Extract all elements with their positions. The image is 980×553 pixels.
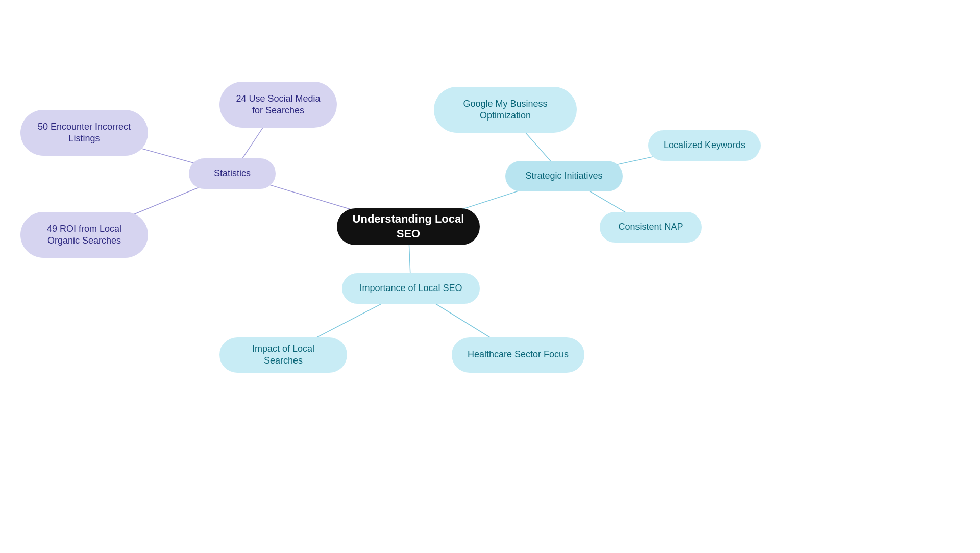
roi-local-node: 49 ROI from Local Organic Searches <box>20 212 148 258</box>
statistics-node: Statistics <box>189 158 276 189</box>
connections-svg <box>0 0 980 553</box>
encounter-incorrect-node: 50 Encounter Incorrect Listings <box>20 110 148 156</box>
strategic-initiatives-node: Strategic Initiatives <box>505 161 623 191</box>
consistent-nap-node: Consistent NAP <box>600 212 702 243</box>
impact-local-searches-node: Impact of Local Searches <box>219 337 347 373</box>
localized-keywords-node: Localized Keywords <box>648 130 761 161</box>
healthcare-sector-node: Healthcare Sector Focus <box>452 337 584 373</box>
social-media-node: 24 Use Social Media for Searches <box>219 82 337 128</box>
importance-local-seo-node: Importance of Local SEO <box>342 273 480 304</box>
center-node: Understanding Local SEO <box>337 208 480 245</box>
google-my-business-node: Google My Business Optimization <box>434 87 577 133</box>
mind-map: Understanding Local SEO Statistics 50 En… <box>0 0 980 553</box>
